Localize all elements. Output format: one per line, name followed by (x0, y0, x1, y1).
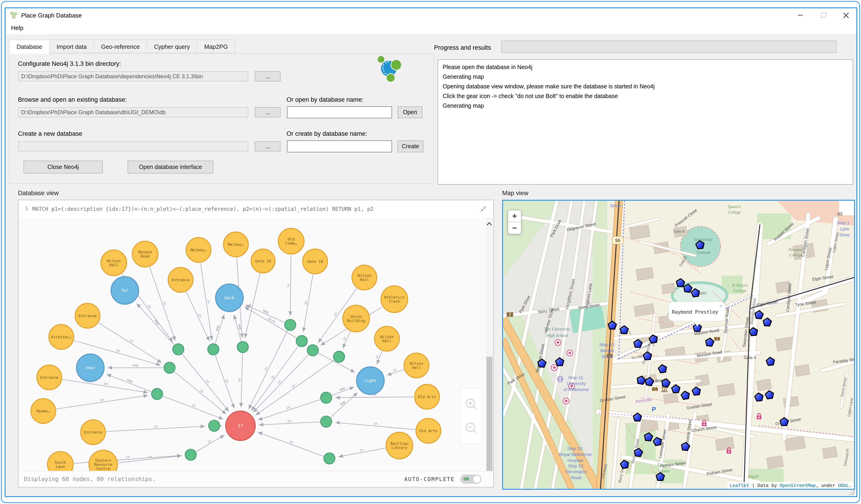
graph-node-npl[interactable] (285, 319, 296, 331)
graph-node-npl[interactable] (320, 392, 332, 403)
graph-node-place[interactable]: Entrance (37, 365, 62, 390)
graph-node-rel[interactable]: near (77, 354, 104, 381)
collapse-icon[interactable] (480, 205, 487, 214)
db-path-input[interactable] (18, 107, 248, 117)
tab-map2pg[interactable]: Map2PG (197, 40, 235, 53)
graph-edge[interactable] (258, 432, 324, 456)
graph-node-npl[interactable] (237, 341, 248, 353)
graph-edge[interactable] (241, 353, 243, 407)
graph-node-place[interactable]: Entrance (81, 420, 106, 445)
graph-edge[interactable] (163, 396, 223, 419)
menu-help[interactable]: Help (11, 24, 24, 31)
title-bar[interactable]: Place Graph Database (5, 8, 857, 22)
graph-node-npl[interactable] (152, 389, 163, 400)
graph-node-npl[interactable] (307, 345, 318, 356)
graph-edge[interactable] (331, 393, 358, 417)
graph-edge[interactable] (175, 372, 226, 414)
graph-node-place[interactable]: WilsonHall (101, 250, 127, 276)
create-name-input[interactable] (287, 140, 392, 152)
maximize-button[interactable] (813, 8, 834, 22)
browse-bin-button[interactable]: ... (255, 71, 281, 82)
graph-edge[interactable] (336, 397, 414, 398)
graph-node-place[interactable]: Old Arts (414, 384, 439, 409)
graph-node-desc[interactable]: 17 (226, 411, 255, 440)
browse-db-button[interactable]: ... (255, 107, 281, 117)
graph-node-place[interactable]: Gate 10 (251, 249, 275, 273)
graph-edge[interactable] (137, 303, 174, 345)
cypher-query-text[interactable]: MATCH p1=(:description {idx:17})<—(n:n_p… (32, 206, 373, 212)
graph-node-place[interactable]: BaillieuLibrary (386, 432, 413, 459)
graph-node-place[interactable]: UnionBuilding (343, 305, 369, 332)
browse-create-button[interactable]: ... (255, 141, 281, 151)
graph-node-label: Entrance (40, 375, 58, 380)
graph-node-place[interactable]: WilsonHall (352, 265, 377, 290)
scroll-up-icon[interactable] (486, 220, 492, 228)
graph-node-place[interactable]: SouthLawn (47, 451, 73, 472)
tab-geo-reference[interactable]: Geo-reference (94, 40, 147, 53)
graph-node-rel[interactable]: far (111, 277, 139, 304)
attribution-link[interactable]: Leaflet (730, 483, 749, 488)
create-button[interactable]: Create (398, 140, 423, 152)
open-database-interface-button[interactable]: Open database interface (127, 160, 213, 173)
graph-canvas[interactable]: inininininininininininininininininininin… (18, 218, 493, 472)
close-button[interactable] (836, 8, 857, 22)
graph-edge[interactable] (245, 305, 284, 322)
graph-node-place[interactable]: Entrance (168, 267, 193, 292)
graph-edge[interactable] (248, 331, 287, 409)
create-path-input[interactable] (18, 141, 248, 151)
open-button[interactable]: Open (398, 106, 422, 118)
graph-node-place[interactable]: Old Arts (416, 418, 441, 443)
graph-node-place[interactable]: Entrance (75, 303, 100, 328)
graph-edge[interactable] (56, 395, 148, 409)
map-view-panel[interactable]: PDegraves StreetPark DrivePark DrivePark… (502, 200, 855, 490)
attribution-link[interactable]: OpenStreetMap (780, 483, 816, 488)
tab-database[interactable]: Database (9, 40, 50, 54)
graph-node-npl[interactable] (320, 416, 332, 427)
attribution-link[interactable]: ODbL (838, 483, 849, 488)
tab-import-data[interactable]: Import data (50, 40, 94, 53)
graph-node-npl[interactable] (208, 344, 219, 355)
tram-stop-label: Street (610, 203, 621, 208)
graph-scrollbar-thumb[interactable] (487, 357, 492, 471)
graph-node-place[interactable]: MonashRoad (132, 241, 158, 267)
popup-close-icon[interactable]: × (720, 303, 723, 309)
graph-node-npl[interactable] (296, 336, 307, 347)
close-neo4j-button[interactable]: Close Neo4j (24, 160, 103, 173)
graph-node-place[interactable]: AthleticsTrack (381, 286, 408, 312)
graph-edge[interactable] (107, 374, 151, 392)
graph-node-npl[interactable] (173, 344, 184, 355)
minimize-button[interactable] (790, 8, 811, 22)
bin-path-input[interactable] (18, 71, 248, 82)
graph-node-place[interactable]: Gate 10 (303, 249, 328, 274)
graph-edge[interactable] (258, 400, 320, 420)
graph-node-place[interactable]: Architec… (49, 324, 74, 349)
graph-node-npl[interactable] (209, 420, 220, 431)
graph-node-place[interactable]: WilsonHall (374, 326, 399, 351)
open-name-input[interactable] (287, 106, 392, 118)
graph-node-place[interactable]: EasternResourceCentre (89, 450, 118, 472)
cypher-query-bar[interactable]: $ MATCH p1=(:description {idx:17})<—(n:n… (18, 200, 493, 218)
graph-node-place[interactable]: Redmo… (31, 398, 56, 423)
graph-edge[interactable] (196, 435, 224, 451)
graph-node-place[interactable]: Melbou… (223, 232, 248, 257)
autocomplete-toggle[interactable]: ON (460, 475, 481, 484)
graph-node-npl[interactable] (164, 362, 175, 373)
hospital-icon (567, 350, 573, 356)
map-canvas[interactable]: PDegraves StreetPark DrivePark DrivePark… (503, 201, 854, 489)
graph-edge[interactable] (182, 354, 229, 411)
map-zoom-in-button[interactable]: + (508, 210, 521, 222)
graph-node-rel[interactable]: back (216, 284, 243, 312)
graph-node-place[interactable]: OldComm… (278, 228, 304, 254)
graph-node-npl[interactable] (324, 453, 335, 464)
graph-edge[interactable] (215, 355, 234, 408)
graph-edge[interactable] (290, 255, 291, 316)
resize-grip[interactable] (849, 489, 854, 495)
progress-log[interactable]: Please open the database in Neo4jGenerat… (438, 59, 853, 185)
graph-node-place[interactable]: WilsonHall (404, 353, 429, 378)
map-zoom-out-button[interactable]: − (508, 222, 521, 234)
graph-node-npl[interactable] (333, 351, 345, 362)
graph-node-place[interactable]: Melbou… (186, 238, 211, 262)
tab-cypher-query[interactable]: Cypher query (147, 40, 197, 53)
graph-node-rel[interactable]: right (357, 367, 384, 394)
graph-node-npl[interactable] (185, 449, 196, 460)
